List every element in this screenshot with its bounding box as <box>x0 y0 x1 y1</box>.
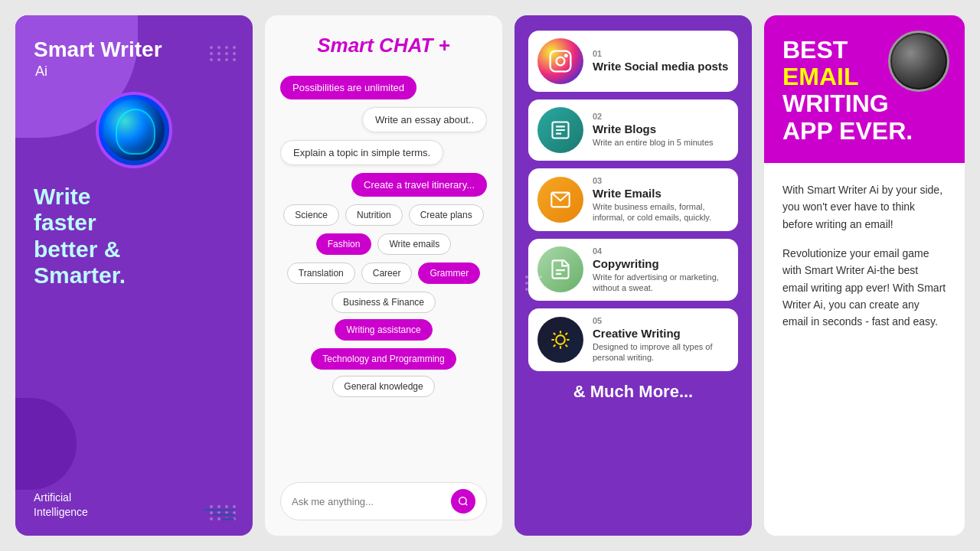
chat-row-3: Explain a topic in simple terms. <box>280 140 487 165</box>
svg-line-20 <box>566 333 567 334</box>
search-input[interactable] <box>292 496 445 507</box>
panel4-body: With Smart Writer Ai by your side, you w… <box>764 163 965 536</box>
panel-chat: Smart CHAT + Possibilities are unlimited… <box>265 15 502 536</box>
chat-row-1: Possibilities are unlimited <box>280 76 487 99</box>
chat-row-2: Write an essay about.. <box>280 107 487 132</box>
feature-emails-content: 03 Write Emails Write business emails, f… <box>593 176 729 223</box>
chat-row-4: Create a travel itinerary... <box>280 173 487 197</box>
feature-copy-content: 04 Copywriting Write for advertising or … <box>593 246 729 294</box>
chat-area: Possibilities are unlimited Write an ess… <box>280 76 487 473</box>
svg-rect-2 <box>550 51 571 72</box>
svg-point-3 <box>557 57 565 66</box>
feature-emails: 03 Write Emails Write business emails, f… <box>528 168 738 231</box>
feature-social-content: 01 Write Social media posts <box>593 49 728 74</box>
tag-science[interactable]: Science <box>283 204 339 226</box>
feature-blogs-content: 02 Write Blogs Write an entire blog in 5… <box>593 112 714 148</box>
creative-icon <box>537 317 583 363</box>
feature-blogs: 02 Write Blogs Write an entire blog in 5… <box>528 99 738 161</box>
tag-writing-assistance[interactable]: Writing assistance <box>335 319 432 341</box>
main-container: Smart Writer Ai Write faster better & Sm… <box>0 0 980 551</box>
panel-email: BEST EMAIL WRITING APP EVER. With Smart … <box>764 15 965 536</box>
instagram-icon <box>537 38 583 84</box>
dots-decoration-left <box>525 276 543 291</box>
tag-general-knowledge[interactable]: General knowledge <box>332 376 434 397</box>
panel4-header: BEST EMAIL WRITING APP EVER. <box>764 15 965 163</box>
avatar-inner <box>892 34 946 88</box>
panel4-avatar <box>888 31 949 92</box>
panel-intro: Smart Writer Ai Write faster better & Sm… <box>15 15 253 536</box>
bubble-travel: Create a travel itinerary... <box>351 173 487 197</box>
panel1-footer: Artificial Intelligence <box>34 491 234 520</box>
feature-social-media: 01 Write Social media posts <box>528 31 738 92</box>
feature-creative-content: 05 Creative Writing Designed to improve … <box>593 316 729 364</box>
tag-business-finance[interactable]: Business & Finance <box>332 292 436 313</box>
feature-creative: 05 Creative Writing Designed to improve … <box>528 308 738 371</box>
tag-fashion[interactable]: Fashion <box>316 233 372 255</box>
svg-point-4 <box>565 54 567 57</box>
tags-row-5: Technology and Programming General knowl… <box>280 348 487 397</box>
tag-nutrition[interactable]: Nutrition <box>345 204 403 226</box>
tag-tech-programming[interactable]: Technology and Programming <box>311 348 456 370</box>
panel3-footer-text: & Much More... <box>528 382 738 402</box>
brain-icon <box>103 99 165 161</box>
svg-line-18 <box>566 345 567 347</box>
tag-career[interactable]: Career <box>361 262 413 284</box>
search-bar[interactable] <box>280 482 487 520</box>
chat-title: Smart CHAT + <box>280 34 487 57</box>
tag-create-plans[interactable]: Create plans <box>409 204 484 226</box>
app-subtitle: Ai <box>35 64 234 80</box>
panel4-text-2: Revolutionize your email game with Smart… <box>782 245 946 331</box>
bubble-possibilities: Possibilities are unlimited <box>280 76 416 99</box>
tags-row-3: Translation Career Grammer <box>280 262 487 284</box>
tag-translation[interactable]: Translation <box>287 262 355 284</box>
email-icon <box>537 177 583 223</box>
tags-row-1: Science Nutrition Create plans <box>280 204 487 226</box>
avatar-container <box>34 92 234 168</box>
svg-line-19 <box>554 345 555 347</box>
tag-write-emails[interactable]: Write emails <box>377 233 451 255</box>
svg-line-17 <box>554 333 555 334</box>
app-title: Smart Writer <box>34 38 234 62</box>
tagline: Write faster better & Smarter. <box>34 184 234 483</box>
tag-grammer[interactable]: Grammer <box>418 262 480 284</box>
footer-lines-decoration <box>204 509 234 520</box>
panel-features: 01 Write Social media posts 02 Write Blo… <box>514 15 752 536</box>
bubble-essay: Write an essay about.. <box>362 107 487 132</box>
copy-icon <box>537 246 583 292</box>
feature-copywriting: 04 Copywriting Write for advertising or … <box>528 239 738 302</box>
bubble-explain: Explain a topic in simple terms. <box>280 140 443 165</box>
tags-row-4: Business & Finance Writing assistance <box>280 292 487 341</box>
footer-ai-text: Artificial Intelligence <box>34 491 88 520</box>
svg-line-1 <box>466 504 468 506</box>
panel4-text-1: With Smart Writer Ai by your side, you w… <box>782 181 946 233</box>
avatar <box>96 92 172 168</box>
search-button[interactable] <box>451 489 475 514</box>
svg-point-12 <box>556 335 565 344</box>
blog-icon <box>537 107 583 153</box>
tags-row-2: Fashion Write emails <box>280 233 487 255</box>
svg-point-0 <box>459 497 466 504</box>
